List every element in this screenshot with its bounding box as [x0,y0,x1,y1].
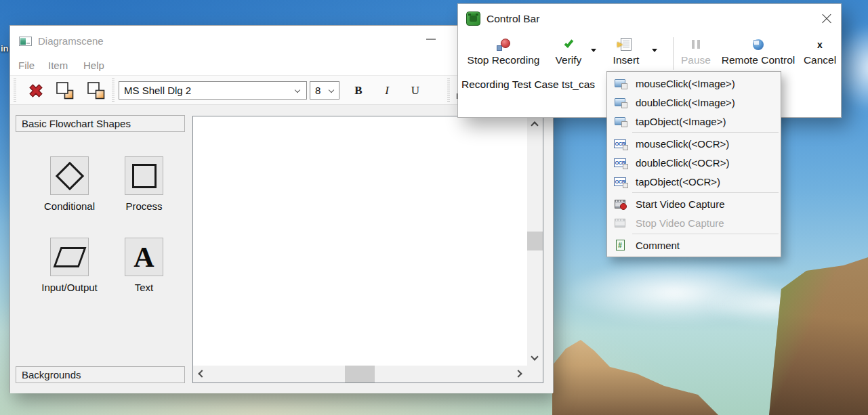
shape-text-button[interactable]: A [125,238,163,276]
parallelogram-shape-icon [53,247,86,267]
shape-label: Process [104,200,184,212]
image-tap-icon [615,117,625,125]
send-to-back-button[interactable] [83,80,109,102]
scroll-up-icon[interactable] [531,121,538,129]
video-start-icon [615,200,625,209]
control-bar-toolbar: Stop Recording Verify Insert Pause Remot… [458,33,841,72]
close-button[interactable] [810,4,842,33]
verify-label: Verify [547,54,590,66]
window-title: Control Bar [487,4,539,33]
verify-button[interactable]: Verify [547,37,590,66]
verify-check-icon [564,38,573,47]
send-to-back-icon [87,81,106,100]
menu-separator [632,132,779,133]
image-click-icon [615,79,625,87]
stop-recording-icon [497,39,510,51]
font-size-combo[interactable]: 8 [310,81,339,100]
stop-recording-button[interactable]: Stop Recording [461,37,546,66]
menu-item-label: Comment [636,240,680,251]
cancel-x-icon: x [817,40,823,49]
delete-x-icon [28,83,44,99]
pause-label: Pause [678,54,714,66]
scroll-right-icon[interactable] [514,370,522,377]
pause-icon [692,40,700,49]
bold-button[interactable]: B [348,81,369,101]
desktop: in Diagramscene File Item Help [0,0,868,415]
control-bar-titlebar[interactable]: Control Bar [458,4,841,33]
menu-separator [632,234,779,234]
menu-item[interactable]: Item [48,56,68,75]
comment-icon: # [616,240,625,250]
chevron-down-icon [652,49,657,64]
diagramscene-app-icon [19,37,32,46]
scrollbar-corner [527,366,543,383]
font-family-combo[interactable]: MS Shell Dlg 2 [119,81,307,100]
desktop-icon-label[interactable]: in [1,43,9,53]
shape-process-button[interactable] [125,156,163,195]
insert-label: Insert [604,54,648,66]
shapes-group-header[interactable]: Basic Flowchart Shapes [16,115,185,132]
chevron-down-icon [329,87,334,93]
insert-icon [621,38,632,51]
menu-item-label: tapObject(<Image>) [636,116,726,127]
menu-item-doubleclick-ocr[interactable]: OCR doubleClick(<OCR>) [607,153,781,172]
stop-recording-label: Stop Recording [461,54,546,66]
delete-button[interactable] [24,80,48,102]
horizontal-scrollbar-thumb[interactable] [345,366,375,383]
recording-status-text: Recording Test Case tst_cas [461,79,595,91]
italic-button[interactable]: I [376,81,398,101]
image-doubleclick-icon [615,98,625,106]
chevron-down-icon [295,87,300,93]
remote-control-globe-icon [753,39,764,50]
menu-item-start-video-capture[interactable]: Start Video Capture [607,194,781,213]
insert-dropdown-button[interactable] [652,52,657,64]
scroll-left-icon[interactable] [198,370,205,377]
shape-label: Text [104,282,184,293]
video-stop-icon [615,219,625,227]
bring-to-front-button[interactable] [52,80,78,102]
menu-item-label: doubleClick(<Image>) [636,97,735,108]
vertical-scrollbar-thumb[interactable] [527,232,543,250]
ocr-click-icon: OCR [614,139,626,148]
toolbar-handle[interactable] [447,79,450,103]
menu-item-mouseclick-image[interactable]: mouseClick(<Image>) [607,74,781,93]
vertical-scrollbar[interactable] [527,116,543,366]
menu-item-stop-video-capture[interactable]: Stop Video Capture [607,213,781,232]
toolbar-handle[interactable] [112,79,115,103]
menu-item-doubleclick-image[interactable]: doubleClick(<Image>) [607,93,781,112]
menu-separator [632,192,779,193]
scroll-down-icon[interactable] [531,353,538,360]
backgrounds-group-header[interactable]: Backgrounds [16,366,185,383]
underline-button[interactable]: U [405,81,426,101]
verify-dropdown-button[interactable] [591,52,596,64]
menu-item-tapobject-ocr[interactable]: OCR tapObject(<OCR>) [607,172,781,191]
menu-help[interactable]: Help [83,56,104,75]
shape-input-output-button[interactable] [50,238,89,276]
diamond-shape-icon [55,161,83,190]
font-family-value: MS Shell Dlg 2 [124,82,191,99]
minimize-button[interactable] [415,26,447,56]
diagram-canvas[interactable] [192,116,543,383]
insert-menu: mouseClick(<Image>) doubleClick(<Image>)… [606,71,781,257]
menu-item-tapobject-image[interactable]: tapObject(<Image>) [607,112,781,131]
menu-item-comment[interactable]: # Comment [607,236,781,255]
ocr-tap-icon: OCR [614,177,626,186]
menu-item-mouseclick-ocr[interactable]: OCR mouseClick(<OCR>) [607,134,781,153]
menu-item-label: mouseClick(<OCR>) [636,138,729,150]
ocr-doubleclick-icon: OCR [614,158,626,167]
menu-file[interactable]: File [18,56,35,75]
pause-button[interactable]: Pause [678,37,714,66]
horizontal-scrollbar[interactable] [193,366,527,383]
toolbar-handle[interactable] [14,79,16,103]
cancel-label: Cancel [801,54,839,66]
shape-conditional-button[interactable] [50,156,89,195]
remote-control-button[interactable]: Remote Control [716,37,801,66]
square-shape-icon [132,164,157,188]
bring-to-front-icon [56,81,75,100]
cancel-button[interactable]: x Cancel [801,37,839,66]
main-area: Basic Flowchart Shapes Conditional Proce… [10,106,553,393]
insert-button[interactable]: Insert [604,37,648,66]
app-icon-art [20,38,26,45]
remote-control-label: Remote Control [716,54,801,66]
shape-label: Input/Output [30,282,109,293]
